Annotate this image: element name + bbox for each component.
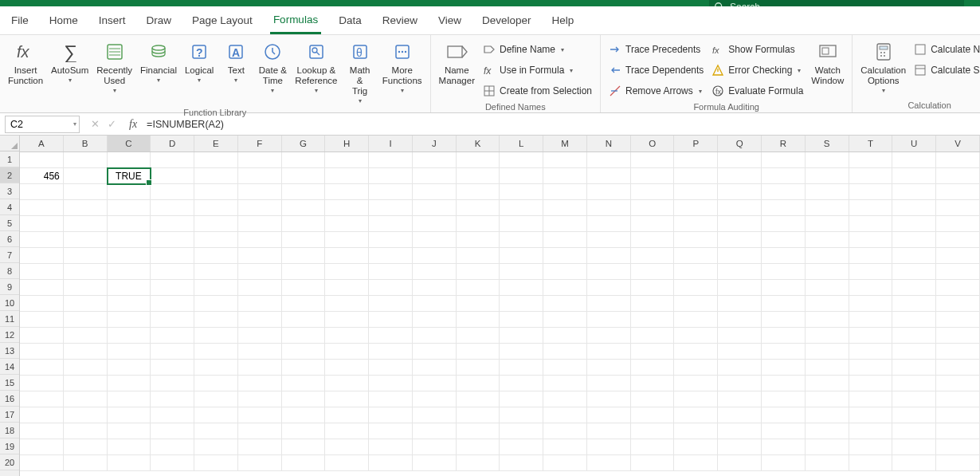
cell[interactable] bbox=[20, 232, 64, 248]
cell[interactable] bbox=[587, 344, 631, 360]
row-header[interactable]: 8 bbox=[0, 263, 19, 279]
cell[interactable] bbox=[543, 264, 587, 280]
cell[interactable] bbox=[238, 232, 282, 248]
cell[interactable] bbox=[325, 168, 369, 184]
autosum-button[interactable]: ∑ AutoSum ▾ bbox=[48, 38, 92, 85]
tab-developer[interactable]: Developer bbox=[479, 8, 535, 33]
cell[interactable] bbox=[64, 200, 108, 216]
cell[interactable] bbox=[762, 312, 806, 328]
cell[interactable] bbox=[543, 391, 587, 407]
cell[interactable] bbox=[20, 248, 64, 264]
cell[interactable] bbox=[20, 344, 64, 360]
cell[interactable] bbox=[194, 376, 238, 391]
evaluate-formula-button[interactable]: fx Evaluate Formula bbox=[708, 81, 806, 100]
cell[interactable] bbox=[500, 344, 543, 360]
cell[interactable] bbox=[64, 248, 108, 264]
tab-formulas[interactable]: Formulas bbox=[270, 7, 321, 34]
cell[interactable] bbox=[108, 232, 151, 248]
column-header[interactable]: A bbox=[20, 136, 64, 151]
cell[interactable] bbox=[457, 312, 500, 328]
cell[interactable] bbox=[369, 391, 413, 407]
cell[interactable] bbox=[718, 216, 762, 232]
cell[interactable] bbox=[413, 360, 457, 376]
cell[interactable] bbox=[806, 152, 849, 168]
cell[interactable] bbox=[587, 184, 631, 200]
column-header[interactable]: D bbox=[151, 136, 194, 151]
watch-window-button[interactable]: Watch Window bbox=[808, 38, 847, 88]
cell[interactable] bbox=[282, 296, 326, 312]
cell[interactable] bbox=[238, 200, 282, 216]
cell[interactable] bbox=[806, 216, 849, 232]
column-header[interactable]: J bbox=[413, 136, 457, 151]
cell[interactable] bbox=[108, 360, 151, 376]
cell[interactable] bbox=[108, 328, 151, 344]
cell[interactable] bbox=[849, 328, 893, 344]
cell[interactable] bbox=[806, 168, 849, 184]
row-header[interactable]: 16 bbox=[0, 391, 19, 407]
cell[interactable] bbox=[64, 423, 108, 439]
cell[interactable] bbox=[282, 216, 326, 232]
cell[interactable] bbox=[238, 216, 282, 232]
cell[interactable] bbox=[631, 264, 675, 280]
cell[interactable] bbox=[108, 312, 151, 328]
cell[interactable] bbox=[282, 423, 326, 439]
cell[interactable] bbox=[194, 344, 238, 360]
row-header[interactable]: 4 bbox=[0, 199, 19, 215]
cell[interactable] bbox=[282, 455, 326, 471]
cell[interactable] bbox=[238, 328, 282, 344]
cell[interactable] bbox=[762, 376, 806, 391]
cell[interactable] bbox=[238, 152, 282, 168]
cell[interactable] bbox=[64, 168, 108, 184]
cell[interactable] bbox=[108, 152, 151, 168]
cell[interactable] bbox=[369, 216, 413, 232]
cell[interactable] bbox=[457, 344, 500, 360]
cell[interactable] bbox=[20, 296, 64, 312]
cell[interactable] bbox=[238, 407, 282, 423]
cell[interactable] bbox=[631, 328, 675, 344]
cell[interactable] bbox=[500, 152, 543, 168]
cell[interactable] bbox=[587, 216, 631, 232]
column-header[interactable]: Q bbox=[718, 136, 762, 151]
cell[interactable] bbox=[631, 360, 675, 376]
cell[interactable] bbox=[892, 200, 936, 216]
tab-page-layout[interactable]: Page Layout bbox=[189, 8, 256, 33]
cell[interactable] bbox=[587, 360, 631, 376]
cell[interactable] bbox=[892, 360, 936, 376]
cell[interactable] bbox=[500, 439, 543, 455]
cell[interactable] bbox=[282, 344, 326, 360]
cell[interactable] bbox=[457, 407, 500, 423]
cell[interactable] bbox=[718, 455, 762, 471]
cell[interactable] bbox=[151, 407, 194, 423]
tab-view[interactable]: View bbox=[435, 8, 465, 33]
cell[interactable] bbox=[325, 200, 369, 216]
cell[interactable] bbox=[762, 168, 806, 184]
cell[interactable] bbox=[674, 184, 718, 200]
cell[interactable] bbox=[762, 344, 806, 360]
cell[interactable] bbox=[849, 296, 893, 312]
cell[interactable] bbox=[151, 200, 194, 216]
cell[interactable] bbox=[674, 312, 718, 328]
cell[interactable] bbox=[806, 455, 849, 471]
define-name-button[interactable]: Define Name ▾ bbox=[480, 40, 595, 59]
cell[interactable] bbox=[325, 312, 369, 328]
cell[interactable] bbox=[936, 216, 980, 232]
column-header[interactable]: I bbox=[369, 136, 413, 151]
cell[interactable] bbox=[762, 184, 806, 200]
cell[interactable] bbox=[413, 232, 457, 248]
cell[interactable] bbox=[806, 296, 849, 312]
cell[interactable] bbox=[413, 296, 457, 312]
cell[interactable] bbox=[413, 248, 457, 264]
cell[interactable] bbox=[238, 344, 282, 360]
column-header[interactable]: F bbox=[238, 136, 282, 151]
cell[interactable] bbox=[718, 391, 762, 407]
cell[interactable] bbox=[500, 360, 543, 376]
cell[interactable] bbox=[413, 407, 457, 423]
column-header[interactable]: T bbox=[849, 136, 893, 151]
cell[interactable] bbox=[20, 264, 64, 280]
cell[interactable] bbox=[936, 264, 980, 280]
cell[interactable] bbox=[806, 328, 849, 344]
cell[interactable] bbox=[936, 152, 980, 168]
cell[interactable] bbox=[457, 455, 500, 471]
cell[interactable] bbox=[20, 312, 64, 328]
cell[interactable] bbox=[718, 312, 762, 328]
